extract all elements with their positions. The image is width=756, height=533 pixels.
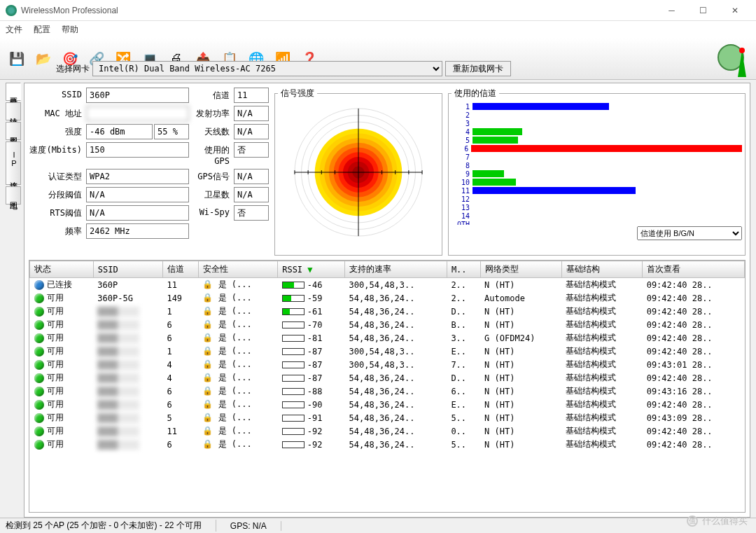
channels-title: 使用的信道 <box>451 88 499 99</box>
column-header[interactable]: 基础结构 <box>561 261 643 278</box>
status-gps: GPS: N/A <box>230 521 281 531</box>
minimize-button[interactable]: ─ <box>656 0 687 21</box>
strength-label: 强度 <box>29 124 85 139</box>
app-logo <box>717 43 750 77</box>
mac-field[interactable] <box>86 106 189 121</box>
menu-file[interactable]: 文件 <box>6 24 22 36</box>
channel-label: 信道 <box>190 88 232 103</box>
gps-signal-label: GPS信号 <box>190 169 232 184</box>
tab-map[interactable]: 地图 <box>6 186 21 205</box>
sats-field[interactable] <box>234 187 269 202</box>
table-row[interactable]: 可用 ████ 6 🔒 是 (... -70 54,48,36,24.. B..… <box>30 318 745 331</box>
freq-label: 频率 <box>29 223 85 239</box>
table-row[interactable]: 可用 ████ 4 🔒 是 (... -87 54,48,36,24.. D..… <box>30 371 745 385</box>
toolbar: 💾 📂 🎯 🔗 🔀 💻 🖨 📤 📋 🌐 📶 ❓ 选择网卡 Intel(R) Du… <box>0 38 756 80</box>
wispy-label: Wi-Spy <box>190 205 232 221</box>
channel-bar-row: 11 <box>451 186 742 195</box>
mac-label: MAC 地址 <box>29 106 85 121</box>
tab-graph[interactable]: 图形 <box>6 122 21 140</box>
side-tabs: 概要 统计 图形 IP 连接 地图 <box>6 83 21 518</box>
wispy-field[interactable] <box>234 205 269 221</box>
column-header[interactable]: RSSI ▼ <box>278 261 345 278</box>
table-row[interactable]: 可用 ████ 1 🔒 是 (... -87 300,54,48,3.. E..… <box>30 345 745 358</box>
sats-label: 卫星数 <box>190 187 232 202</box>
gps-used-field[interactable] <box>234 142 269 158</box>
column-header[interactable]: 安全性 <box>198 261 277 278</box>
tab-ip[interactable]: IP 连接 <box>6 141 21 185</box>
column-header[interactable]: SSID <box>93 261 162 278</box>
table-row[interactable]: 可用 ████ 11 🔒 是 (... -92 54,48,36,24.. 0.… <box>30 424 745 438</box>
signal-title: 信号强度 <box>278 88 317 99</box>
status-bar: 检测到 25 个AP (25 个加密 - 0 个未加密) - 22 个可用 GP… <box>0 518 756 533</box>
rts-label: RTS阈值 <box>29 205 85 221</box>
table-row[interactable]: 可用 ████ 5 🔒 是 (... -91 54,48,36,24.. 5..… <box>30 411 745 424</box>
speed-field[interactable] <box>86 142 189 158</box>
freq-field[interactable] <box>86 223 189 239</box>
channel-bar-row: 12 <box>451 195 742 203</box>
frag-field[interactable] <box>86 187 189 202</box>
tab-summary[interactable]: 概要 <box>6 83 21 101</box>
gps-signal-field[interactable] <box>234 169 269 184</box>
save-icon[interactable]: 💾 <box>6 48 28 70</box>
channel-bar-row: 1 <box>451 102 742 111</box>
table-row[interactable]: 可用 ████ 1 🔒 是 (... -61 54,48,36,24.. D..… <box>30 305 745 318</box>
strength-dbm-field[interactable] <box>86 124 153 139</box>
antennas-field[interactable] <box>234 124 269 139</box>
strength-pct-field[interactable] <box>154 124 189 139</box>
channel-bar-row: 6 <box>451 144 742 153</box>
maximize-button[interactable]: ☐ <box>687 0 719 21</box>
ssid-field[interactable] <box>86 88 189 103</box>
auth-label: 认证类型 <box>29 169 85 184</box>
menu-help[interactable]: 帮助 <box>62 24 78 36</box>
column-header[interactable]: 状态 <box>30 261 94 278</box>
channels-panel: 使用的信道 1234567891011121314OTH 信道使用 B/G/N <box>448 88 746 256</box>
channel-bar-row: 10 <box>451 178 742 186</box>
table-row[interactable]: 可用 ████ 6 🔒 是 (... -90 54,48,36,24.. E..… <box>30 398 745 411</box>
column-header[interactable]: 信道 <box>162 261 198 278</box>
channel-bar-row: 3 <box>451 119 742 127</box>
speed-label: 速度(Mbits) <box>29 142 85 166</box>
column-header[interactable]: M.. <box>447 261 480 278</box>
column-header[interactable]: 支持的速率 <box>345 261 447 278</box>
reload-adapter-button[interactable]: 重新加载网卡 <box>445 61 511 76</box>
open-icon[interactable]: 📂 <box>32 48 55 70</box>
table-row[interactable]: 可用 ████ 6 🔒 是 (... -81 54,48,36,24.. 3..… <box>30 331 745 345</box>
table-row[interactable]: 可用 360P-5G 149 🔒 是 (... -59 54,48,36,24.… <box>30 291 745 305</box>
table-row[interactable]: 已连接 360P 11 🔒 是 (... -46 300,54,48,3.. 2… <box>30 278 745 292</box>
svg-point-1 <box>739 48 745 53</box>
txpower-label: 发射功率 <box>190 106 232 121</box>
auth-field[interactable] <box>86 169 189 184</box>
ap-grid[interactable]: 状态SSID信道安全性RSSI ▼支持的速率M..网络类型基础结构首次查看 已连… <box>29 260 746 513</box>
column-header[interactable]: 首次查看 <box>643 261 745 278</box>
rts-field[interactable] <box>86 205 189 221</box>
ssid-label: SSID <box>29 88 85 103</box>
status-ap-count: 检测到 25 个AP (25 个加密 - 0 个未加密) - 22 个可用 <box>6 520 216 532</box>
channel-mode-select[interactable]: 信道使用 B/G/N <box>637 226 742 240</box>
table-row[interactable]: 可用 ████ 6 🔒 是 (... -92 54,48,36,24.. 5..… <box>30 438 745 451</box>
channel-bar-row: 2 <box>451 111 742 119</box>
signal-strength-panel: 信号强度 <box>274 88 442 256</box>
channel-bars: 1234567891011121314OTH <box>451 102 742 225</box>
menu-config[interactable]: 配置 <box>34 24 50 36</box>
table-row[interactable]: 可用 ████ 6 🔒 是 (... -88 54,48,36,24.. 6..… <box>30 385 745 398</box>
adapter-label: 选择网卡 <box>56 63 90 75</box>
radar-gauge <box>278 102 439 242</box>
antennas-label: 天线数 <box>190 124 232 139</box>
channel-bar-row: 13 <box>451 203 742 212</box>
info-fields: SSID 信道 MAC 地址 发射功率 强度 天线数 速度(Mbits) 使用的… <box>29 88 269 256</box>
channel-bar-row: 5 <box>451 136 742 144</box>
tab-stats[interactable]: 统计 <box>6 102 21 120</box>
close-button[interactable]: ✕ <box>719 0 750 21</box>
menu-bar: 文件 配置 帮助 <box>0 21 756 38</box>
adapter-select[interactable]: Intel(R) Dual Band Wireless-AC 7265 <box>92 61 442 76</box>
table-row[interactable]: 可用 ████ 4 🔒 是 (... -87 300,54,48,3.. 7..… <box>30 358 745 371</box>
window-title: WirelessMon Professional <box>21 6 656 15</box>
column-header[interactable]: 网络类型 <box>480 261 561 278</box>
app-icon <box>6 5 17 16</box>
txpower-field[interactable] <box>234 106 269 121</box>
channel-bar-row: 9 <box>451 169 742 178</box>
channel-bar-row: 14 <box>451 212 742 220</box>
channel-field[interactable] <box>234 88 269 103</box>
channel-bar-row: 8 <box>451 161 742 169</box>
channel-bar-row: 4 <box>451 127 742 136</box>
